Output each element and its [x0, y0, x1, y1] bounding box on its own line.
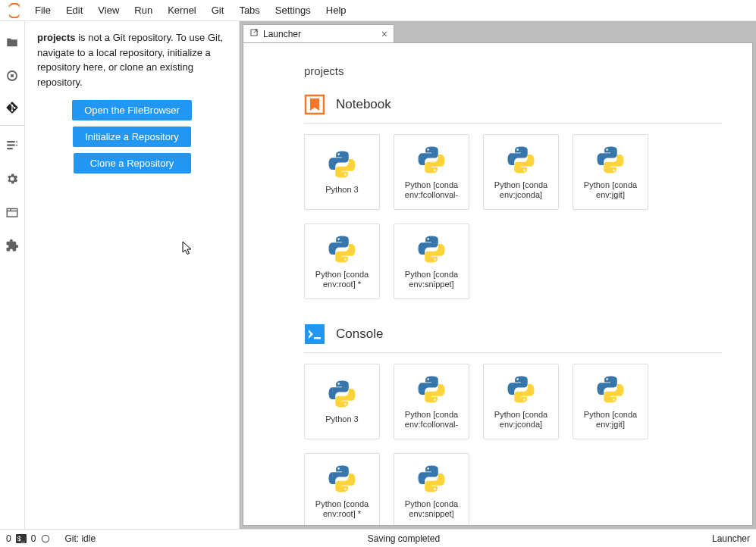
kernel-status-icon[interactable] — [40, 533, 51, 544]
status-center: Saving completed — [103, 533, 704, 544]
open-filebrowser-button[interactable]: Open the FileBrowser — [72, 100, 192, 120]
section-title: Console — [336, 327, 383, 342]
launcher-card[interactable]: Python [conda env:fcollonval- — [394, 364, 469, 439]
svg-rect-8 — [7, 148, 13, 149]
launcher-section-notebook: NotebookPython 3Python [conda env:fcollo… — [304, 94, 722, 299]
git-status[interactable]: Git: idle — [64, 533, 96, 544]
launcher-card[interactable]: Python [conda env:jgit] — [572, 134, 648, 210]
notebook-icon — [304, 94, 325, 115]
launcher-card[interactable]: Python [conda env:snippet] — [394, 453, 469, 526]
card-label: Python [conda env:root] * — [308, 270, 376, 289]
svg-point-9 — [16, 141, 17, 142]
svg-rect-7 — [7, 145, 15, 146]
menu-edit[interactable]: Edit — [58, 2, 90, 19]
launcher-cwd: projects — [304, 64, 722, 77]
python-icon — [416, 374, 447, 405]
launcher-card[interactable]: Python 3 — [304, 364, 380, 439]
dock-panel: Launcher × projects NotebookPython 3Pyth… — [240, 21, 756, 529]
card-grid: Python 3Python [conda env:fcollonval-Pyt… — [304, 134, 722, 299]
python-icon — [594, 144, 626, 176]
activity-bar — [0, 21, 25, 529]
menu-settings[interactable]: Settings — [268, 2, 318, 19]
card-label: Python [conda env:fcollonval- — [397, 180, 466, 200]
extension-icon[interactable] — [0, 229, 25, 262]
launcher-card[interactable]: Python [conda env:jgit] — [572, 364, 648, 439]
main-area: projects is not a Git repository. To use… — [0, 21, 756, 529]
python-icon — [416, 144, 447, 176]
clone-repository-button[interactable]: Clone a Repository — [74, 153, 191, 173]
tab-launcher[interactable]: Launcher × — [243, 24, 394, 42]
python-icon — [326, 233, 358, 265]
close-icon[interactable]: × — [381, 29, 387, 39]
card-grid: Python 3Python [conda env:fcollonval-Pyt… — [304, 364, 722, 526]
menu-file[interactable]: File — [27, 2, 58, 19]
card-label: Python [conda env:jconda] — [487, 410, 555, 430]
menu-tabs[interactable]: Tabs — [231, 2, 267, 19]
launcher-card[interactable]: Python [conda env:root] * — [304, 223, 380, 299]
cursor-icon — [182, 241, 194, 256]
launcher-card[interactable]: Python 3 — [304, 134, 380, 210]
python-icon — [594, 374, 626, 405]
card-label: Python [conda env:jconda] — [487, 180, 555, 200]
python-icon — [505, 144, 537, 176]
svg-rect-14 — [305, 324, 325, 344]
launcher-section-console: ConsolePython 3Python [conda env:fcollon… — [304, 324, 722, 526]
terminal-icon[interactable]: $_ — [16, 534, 27, 543]
svg-rect-6 — [7, 141, 15, 142]
console-icon — [304, 324, 325, 345]
menu-kernel[interactable]: Kernel — [160, 2, 204, 19]
launcher-panel: projects NotebookPython 3Python [conda e… — [243, 42, 753, 526]
svg-point-10 — [16, 145, 17, 146]
menu-run[interactable]: Run — [127, 2, 160, 19]
terminal-count[interactable]: 0 — [6, 533, 11, 544]
launcher-card[interactable]: Python [conda env:fcollonval- — [394, 134, 469, 210]
svg-point-16 — [42, 535, 49, 542]
kernel-count[interactable]: 0 — [31, 533, 36, 544]
card-label: Python 3 — [325, 414, 358, 424]
python-icon — [416, 463, 447, 495]
tab-label: Launcher — [263, 29, 301, 39]
build-icon[interactable] — [0, 162, 25, 195]
menu-git[interactable]: Git — [204, 2, 232, 19]
running-icon[interactable] — [0, 59, 25, 92]
launcher-card[interactable]: Python [conda env:jconda] — [483, 364, 559, 439]
launcher-card[interactable]: Python [conda env:jconda] — [483, 134, 559, 210]
python-icon — [326, 148, 358, 180]
folder-icon[interactable] — [0, 26, 25, 59]
python-icon — [505, 374, 537, 405]
python-icon — [326, 378, 358, 410]
section-header: Notebook — [304, 94, 722, 123]
init-repository-button[interactable]: Initialize a Repository — [73, 127, 191, 147]
python-icon — [416, 233, 447, 265]
section-header: Console — [304, 324, 722, 353]
svg-rect-11 — [7, 209, 17, 217]
card-label: Python 3 — [325, 185, 358, 195]
jupyter-logo — [6, 2, 23, 19]
python-icon — [326, 463, 358, 495]
svg-rect-5 — [11, 74, 14, 77]
card-label: Python [conda env:snippet] — [397, 499, 466, 519]
launcher-card[interactable]: Python [conda env:snippet] — [394, 223, 469, 299]
launcher-tab-icon — [249, 28, 259, 39]
git-panel: projects is not a Git repository. To use… — [25, 21, 240, 529]
menu-help[interactable]: Help — [318, 2, 354, 19]
status-right[interactable]: Launcher — [712, 533, 750, 544]
git-icon[interactable] — [0, 92, 25, 126]
menubar: FileEditViewRunKernelGitTabsSettingsHelp — [0, 0, 756, 21]
tab-bar: Launcher × — [240, 21, 756, 42]
launcher-card[interactable]: Python [conda env:root] * — [304, 453, 380, 526]
card-label: Python [conda env:fcollonval- — [397, 410, 466, 430]
section-title: Notebook — [336, 97, 391, 112]
tabs-icon[interactable] — [0, 195, 25, 229]
commands-icon[interactable] — [0, 129, 25, 162]
git-panel-message: projects is not a Git repository. To use… — [37, 30, 227, 89]
card-label: Python [conda env:jgit] — [576, 180, 645, 200]
svg-rect-15 — [314, 337, 321, 339]
status-bar: 0 $_ 0 Git: idle Saving completed Launch… — [0, 529, 756, 547]
menu-view[interactable]: View — [90, 2, 127, 19]
card-label: Python [conda env:jgit] — [576, 410, 645, 430]
card-label: Python [conda env:root] * — [308, 499, 376, 519]
card-label: Python [conda env:snippet] — [397, 270, 466, 289]
